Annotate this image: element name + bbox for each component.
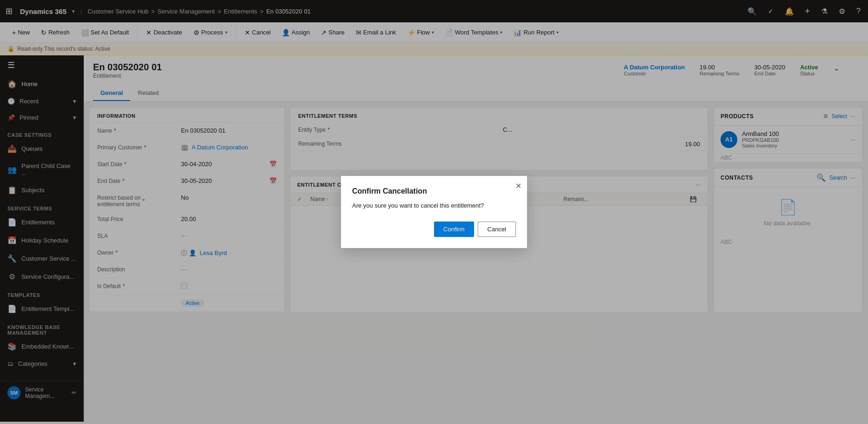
confirm-cancellation-modal: ✕ Confirm Cancellation Are you sure you … [341,176,527,248]
modal-confirm-button[interactable]: Confirm [434,222,474,237]
modal-close-button[interactable]: ✕ [515,182,521,190]
modal-body: Are you sure you want to cancel this ent… [352,201,516,210]
modal-cancel-button[interactable]: Cancel [478,222,516,237]
modal-title: Confirm Cancellation [352,187,516,195]
modal-footer: Confirm Cancel [352,222,516,237]
modal-overlay[interactable]: ✕ Confirm Cancellation Are you sure you … [0,0,868,424]
